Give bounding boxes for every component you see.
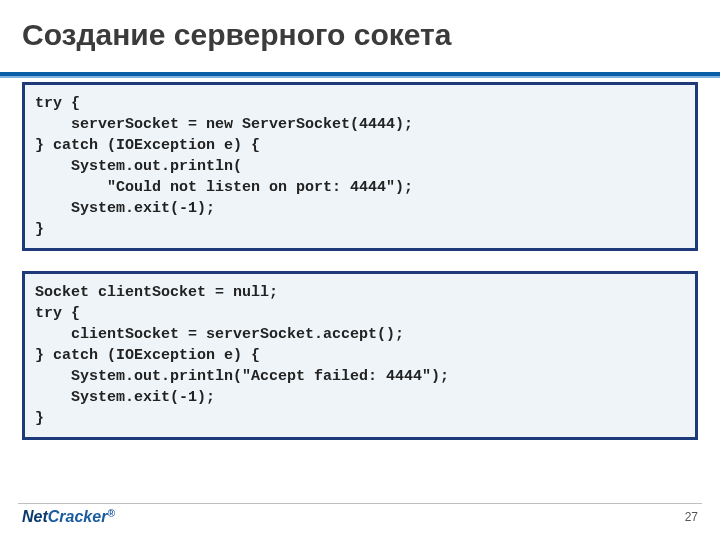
- logo-part-net: Net: [22, 508, 48, 525]
- code-block-1: try { serverSocket = new ServerSocket(44…: [22, 82, 698, 251]
- footer: NetCracker® 27: [0, 500, 720, 540]
- slide-title: Создание серверного сокета: [0, 0, 720, 52]
- logo: NetCracker®: [22, 508, 115, 526]
- code-text-1: try { serverSocket = new ServerSocket(44…: [35, 93, 685, 240]
- logo-registered: ®: [107, 508, 114, 519]
- logo-part-cracker: Cracker: [48, 508, 108, 525]
- code-block-2: Socket clientSocket = null; try { client…: [22, 271, 698, 440]
- slide: Создание серверного сокета try { serverS…: [0, 0, 720, 540]
- page-number: 27: [685, 510, 698, 524]
- title-divider: [0, 72, 720, 78]
- code-text-2: Socket clientSocket = null; try { client…: [35, 282, 685, 429]
